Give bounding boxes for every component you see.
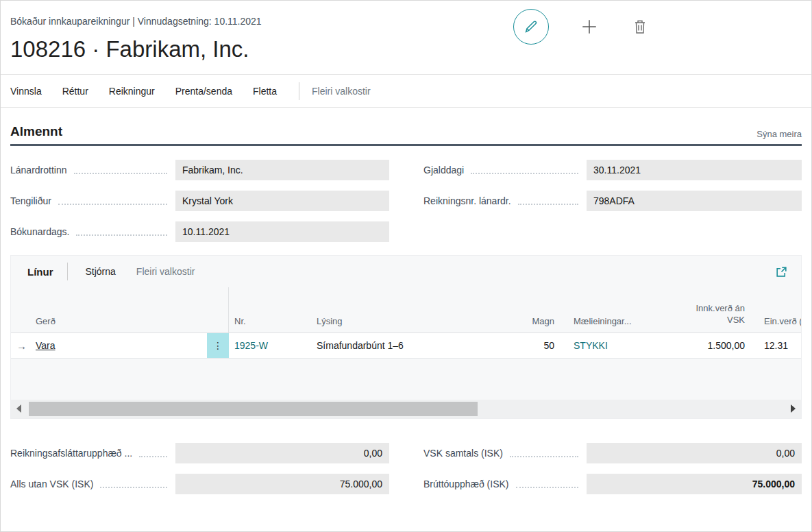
cell-einverd[interactable]: 12.31 <box>745 340 801 351</box>
field-label: Brúttóupphæð (ISK) <box>423 479 509 489</box>
field-label: Reikningsnr. lánardr. <box>423 195 511 206</box>
field-label: Alls utan VSK (ISK) <box>10 479 93 489</box>
lines-toolbar-divider <box>67 263 68 280</box>
field-row-lanardrottinn: Lánardrottinn Fabrikam, Inc. <box>10 160 389 180</box>
cell-maelieiningar-link[interactable]: STYKKI <box>574 340 608 351</box>
dotted-leader <box>510 456 578 457</box>
edit-button[interactable] <box>513 9 549 45</box>
menubar-divider <box>299 82 299 100</box>
totals-section: Reikningsafsláttarupphæð ... 0,00 Alls u… <box>1 443 811 505</box>
popout-icon <box>775 265 788 278</box>
field-row-gross-amount: Brúttóupphæð (ISK) 75.000,00 <box>423 474 802 494</box>
general-section-title: Almennt <box>10 124 62 139</box>
general-section: Almennt Sýna meira Lánardrottinn Fabrika… <box>1 124 811 252</box>
cell-magn[interactable]: 50 <box>517 340 554 351</box>
field-row-reikningsnr: Reikningsnr. lánardr. 798ADFA <box>423 191 802 211</box>
totals-right-column: VSK samtals (ISK) 0,00 Brúttóupphæð (ISK… <box>423 443 802 505</box>
page-title: 108216 · Fabrikam, Inc. <box>10 36 802 62</box>
invoice-discount-field[interactable]: 0,00 <box>175 443 389 463</box>
dotted-leader <box>100 487 167 488</box>
menu-item-more-options[interactable]: Fleiri valkostir <box>312 86 371 97</box>
section-underline <box>10 144 802 146</box>
col-header-nr[interactable]: Nr. <box>229 316 311 332</box>
dotted-leader <box>516 487 578 488</box>
dotted-leader <box>76 234 167 236</box>
lines-table-header: Gerð Nr. Lýsing Magn Mælieiningar... Inn… <box>11 287 801 333</box>
delete-button[interactable] <box>630 16 650 37</box>
lines-table: Gerð Nr. Lýsing Magn Mælieiningar... Inn… <box>11 287 801 418</box>
dotted-leader <box>58 204 167 205</box>
field-label: Reikningsafsláttarupphæð ... <box>10 448 132 459</box>
field-row-total-excl-vat: Alls utan VSK (ISK) 75.000,00 <box>10 474 389 494</box>
dotted-leader <box>471 173 578 174</box>
contact-field[interactable]: Krystal York <box>175 191 389 211</box>
cell-innkverd[interactable]: 1.500,00 <box>641 340 745 351</box>
field-row-vat-total: VSK samtals (ISK) 0,00 <box>423 443 802 463</box>
row-ellipsis-menu-button[interactable]: ⋮ <box>207 333 229 358</box>
gross-amount-field[interactable]: 75.000,00 <box>587 474 802 494</box>
lines-menu-more-options[interactable]: Fleiri valkostir <box>136 266 195 277</box>
col-header-magn[interactable]: Magn <box>517 316 554 332</box>
vendor-name-field[interactable]: Fabrikam, Inc. <box>175 160 389 180</box>
header-actions <box>513 9 650 45</box>
dotted-leader <box>139 456 167 457</box>
field-label: Lánardrottinn <box>10 165 67 176</box>
lines-empty-area <box>11 359 801 400</box>
field-label: Tengiliður <box>10 195 51 206</box>
cell-nr-link[interactable]: 1925-W <box>234 340 268 351</box>
field-row-gjalddagi: Gjalddagi 30.11.2021 <box>423 160 802 180</box>
total-excl-vat-field[interactable]: 75.000,00 <box>175 474 389 494</box>
scroll-left-arrow-icon[interactable] <box>16 404 21 413</box>
posting-date-field[interactable]: 10.11.2021 <box>175 221 389 242</box>
cell-lysing[interactable]: Símafundarbúnt 1–6 <box>311 340 517 351</box>
vendor-invoice-no-field[interactable]: 798ADFA <box>587 191 802 211</box>
col-header-maelieiningar[interactable]: Mælieiningar... <box>554 316 641 332</box>
dotted-leader <box>74 173 167 174</box>
lines-title[interactable]: Línur <box>27 266 53 278</box>
field-label: Bókunardags. <box>10 226 69 237</box>
trash-icon <box>632 19 648 35</box>
lines-menu-stjorna[interactable]: Stjórna <box>86 266 116 277</box>
col-header-lysing[interactable]: Lýsing <box>311 316 517 332</box>
page-header: Bókaður innkaupareikningur | Vinnudagset… <box>1 1 811 62</box>
app-window: Bókaður innkaupareikningur | Vinnudagset… <box>0 0 812 532</box>
menu-item-fletta[interactable]: Fletta <box>253 86 277 97</box>
scrollbar-thumb[interactable] <box>29 402 478 416</box>
col-header-gerd[interactable]: Gerð <box>36 316 207 332</box>
table-row: → Vara ⋮ 1925-W Símafundarbúnt 1–6 50 ST… <box>11 333 801 359</box>
general-left-column: Lánardrottinn Fabrikam, Inc. Tengiliður … <box>10 160 389 252</box>
field-row-tengilidur: Tengiliður Krystal York <box>10 191 389 211</box>
field-row-invoice-discount: Reikningsafsláttarupphæð ... 0,00 <box>10 443 389 463</box>
dotted-leader <box>518 204 578 205</box>
vat-total-field[interactable]: 0,00 <box>587 443 802 463</box>
field-label: Gjalddagi <box>423 165 464 176</box>
cell-gerd[interactable]: Vara <box>36 340 56 351</box>
menu-item-rettur[interactable]: Réttur <box>62 86 88 97</box>
lines-panel: Línur Stjórna Fleiri valkostir Gerð <box>10 255 802 419</box>
col-header-innkverd[interactable]: Innk.verð án VSK <box>641 302 745 332</box>
menu-item-reikningur[interactable]: Reikningur <box>109 86 155 97</box>
due-date-field[interactable]: 30.11.2021 <box>587 160 802 180</box>
col-header-einverd[interactable]: Ein.verð (S <box>745 316 801 332</box>
horizontal-scrollbar[interactable] <box>11 400 801 418</box>
menu-item-prenta-senda[interactable]: Prenta/senda <box>175 86 232 97</box>
scroll-right-arrow-icon[interactable] <box>791 404 796 413</box>
field-label: VSK samtals (ISK) <box>423 448 503 459</box>
action-menubar: Vinnsla Réttur Reikningur Prenta/senda F… <box>1 74 811 108</box>
show-more-link[interactable]: Sýna meira <box>756 129 802 139</box>
menu-item-vinnsla[interactable]: Vinnsla <box>10 86 42 97</box>
plus-icon <box>580 18 598 36</box>
open-in-new-window-button[interactable] <box>771 261 791 282</box>
totals-left-column: Reikningsafsláttarupphæð ... 0,00 Alls u… <box>10 443 389 505</box>
field-row-bokunardags: Bókunardags. 10.11.2021 <box>10 221 389 242</box>
active-row-arrow-icon: → <box>11 340 36 352</box>
page-caption: Bókaður innkaupareikningur | Vinnudagset… <box>10 16 802 27</box>
pencil-icon <box>524 19 539 34</box>
add-button[interactable] <box>579 16 600 37</box>
general-right-column: Gjalddagi 30.11.2021 Reikningsnr. lánard… <box>423 160 802 252</box>
lines-toolbar: Línur Stjórna Fleiri valkostir <box>11 256 801 287</box>
